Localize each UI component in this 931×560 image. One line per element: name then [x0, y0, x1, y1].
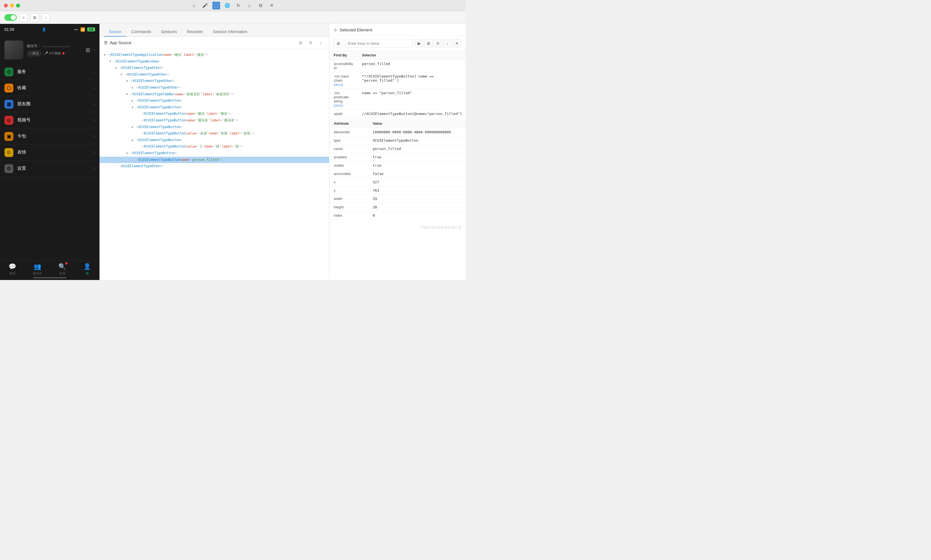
tab-session[interactable]: Session Information	[208, 27, 252, 37]
inspect-icon[interactable]: ⬚	[212, 2, 220, 9]
status-button[interactable]: + 状态	[27, 50, 42, 57]
tree-node-btn4[interactable]: ▶ <XCUIElementTypeButton>	[100, 137, 329, 144]
attr-row-width: width 29	[329, 195, 466, 203]
copy-button[interactable]: ⎘	[434, 39, 442, 48]
tree-arrow-other3[interactable]	[126, 78, 131, 84]
tree-node-other1[interactable]: <XCUIElementTypeOther>	[100, 65, 329, 71]
attr-accessible-name: accessible	[329, 170, 368, 178]
avatar-area: 微信号： + 状态 🎤 2个朋友 ⊞ ›	[5, 40, 95, 60]
avatar	[5, 40, 23, 60]
tree-node-btn1[interactable]: ▶ <XCUIElementTypeButton>	[100, 97, 329, 104]
device-statusbar: 01:59 👤 ▪▪▪ 📶 100	[0, 24, 100, 35]
source-header: ☰ App Source ⊡ ⎘ ↓	[100, 37, 329, 49]
tree-node-other3[interactable]: <XCUIElementTypeOther>	[100, 78, 329, 85]
ios-predicate-docs-link[interactable]: (docs)	[334, 104, 343, 108]
tree-node-other-close[interactable]: <XCUIElementTypeOther>	[100, 163, 329, 170]
cursor-button[interactable]: ⊹	[20, 13, 28, 22]
tree-node-btn-discover[interactable]: <XCUIElementTypeButton value="未读" name="…	[100, 130, 329, 137]
tree-node-btn3[interactable]: ▶ <XCUIElementTypeButton>	[100, 124, 329, 131]
tree-arrow-btn5[interactable]	[126, 151, 131, 156]
menu-item-video[interactable]: ◎ 视频号 ›	[0, 112, 100, 128]
tree-arrow-other4[interactable]: ▶	[132, 85, 136, 90]
tap-button[interactable]: ⊞	[424, 39, 433, 48]
window-icon[interactable]: ⧉	[257, 2, 265, 9]
source-copy-icon[interactable]: ⎘	[307, 39, 314, 47]
tree-arrow-tabbar[interactable]	[126, 92, 131, 97]
globe-icon[interactable]: 🌐	[224, 2, 231, 9]
attr-row-elementId: elementId 1A000000-0000-0000-4B0A-000000…	[329, 128, 466, 136]
menu-item-service[interactable]: ⊙ 服务 ›	[0, 64, 100, 80]
qr-icon[interactable]: ⊞	[86, 47, 90, 53]
menu-label-settings: 设置	[17, 166, 94, 171]
toggle-switch[interactable]	[5, 14, 17, 21]
bottom-nav: 💬 微信 👥 通讯录 🔍 发现 👤 我	[0, 260, 100, 280]
nav-item-discover[interactable]: 🔍 发现	[50, 263, 75, 278]
menu-label-emoji: 表情	[17, 149, 94, 155]
home-icon[interactable]: ⌂	[190, 2, 198, 9]
close-x-icon[interactable]: ✕	[268, 2, 276, 9]
attr-row-type: type XCUIElementTypeButton	[329, 136, 466, 145]
tree-arrow-btn2[interactable]	[132, 105, 136, 110]
tree-arrow-other1[interactable]	[115, 66, 120, 71]
tree-arrow-btn3[interactable]: ▶	[132, 125, 136, 129]
menu-item-favorites[interactable]: ⬡ 收藏 ›	[0, 80, 100, 96]
right-panel-header: ⊹ Selected Element	[329, 24, 466, 36]
tree-arrow-btn4[interactable]: ▶	[132, 138, 136, 143]
window-controls	[4, 4, 20, 8]
close-button[interactable]	[4, 4, 8, 8]
moments-icon: ▦	[5, 100, 13, 109]
target-icon-button[interactable]: ⊕	[334, 39, 343, 48]
tree-node-other4[interactable]: ▶ <XCUIElementTypeOther>	[100, 85, 329, 91]
tree-node-btn-contacts[interactable]: <XCUIElementTypeButton name="通讯录" label=…	[100, 117, 329, 124]
mic-icon[interactable]: 🎤	[201, 2, 209, 9]
clear-button[interactable]: ✕	[453, 39, 461, 48]
menu-item-wallet[interactable]: ▣ 卡包 ›	[0, 128, 100, 145]
tree-node-btn2[interactable]: <XCUIElementTypeButton>	[100, 104, 329, 111]
tree-arrow-btn1[interactable]: ▶	[132, 98, 136, 103]
tree-node-btn-me[interactable]: <XCUIElementTypeButton value="1" name="我…	[100, 143, 329, 150]
tree-arrow-application[interactable]	[104, 52, 108, 57]
attr-y-value: 763	[368, 186, 466, 195]
tab-recorder[interactable]: Recorder	[182, 27, 208, 37]
attr-elementId-value: 1A000000-0000-0000-4B0A-000000000000	[368, 128, 466, 136]
tree-node-btn-wechat[interactable]: <XCUIElementTypeButton name="微信" label="…	[100, 111, 329, 117]
download-button[interactable]: ↓	[42, 13, 50, 22]
nav-item-me[interactable]: 👤 我	[75, 263, 100, 278]
tree-arrow-other2[interactable]	[120, 72, 125, 77]
nav-item-contacts[interactable]: 👥 通讯录	[25, 263, 50, 278]
find-by-table: Find By Selector accessibility id person…	[329, 51, 466, 118]
refresh-icon[interactable]: ↻	[234, 2, 242, 9]
download-attr-button[interactable]: ↓	[443, 39, 452, 48]
device-panel: 01:59 👤 ▪▪▪ 📶 100 微信号：	[0, 24, 100, 280]
layout-button[interactable]: ⊞	[31, 13, 39, 22]
menu-item-moments[interactable]: ▦ 朋友圈 ›	[0, 96, 100, 112]
tree-arrow-window[interactable]	[109, 59, 114, 64]
attr-row-x: x 327	[329, 178, 466, 186]
tree-node-other2[interactable]: <XCUIElementTypeOther>	[100, 71, 329, 78]
ios-class-docs-link[interactable]: (docs)	[334, 83, 343, 87]
tab-gestures[interactable]: Gestures	[156, 27, 182, 37]
tree-node-btn5[interactable]: <XCUIElementTypeButton>	[100, 150, 329, 157]
source-download-icon[interactable]: ↓	[317, 39, 325, 47]
tree-node-application[interactable]: <XCUIElementTypeApplication name="微信" la…	[100, 52, 329, 58]
attr-index-value: 0	[368, 211, 466, 220]
tab-commands[interactable]: Commands	[126, 27, 156, 37]
attr-row-enabled: enabled true	[329, 153, 466, 162]
source-expand-icon[interactable]: ⊡	[297, 39, 305, 47]
tree-node-window[interactable]: <XCUIElementTypeWindow>	[100, 58, 329, 65]
tree-node-btn-person[interactable]: <XCUIElementTypeButton name="person_fill…	[100, 157, 329, 163]
search-icon[interactable]: ⌕	[246, 2, 253, 9]
settings-arrow: ›	[94, 166, 95, 171]
tab-source[interactable]: Source	[104, 27, 126, 37]
send-keys-input[interactable]	[345, 39, 413, 48]
find-row-accessibility: accessibility id person_filled	[329, 60, 466, 72]
maximize-button[interactable]	[16, 4, 20, 8]
nav-item-wechat[interactable]: 💬 微信	[0, 263, 25, 278]
menu-item-emoji[interactable]: ☺ 表情 ›	[0, 145, 100, 160]
minimize-button[interactable]	[10, 4, 14, 8]
find-row-xpath: xpath //XCUIElementTypeButton[@name="per…	[329, 110, 466, 118]
menu-item-settings[interactable]: ⚙ 设置 ›	[0, 160, 100, 177]
value-header: Value	[368, 119, 466, 128]
tree-node-tabbar[interactable]: <XCUIElementTypeTabBar name="标签页栏" label…	[100, 91, 329, 98]
send-button[interactable]: ▶	[415, 39, 423, 48]
